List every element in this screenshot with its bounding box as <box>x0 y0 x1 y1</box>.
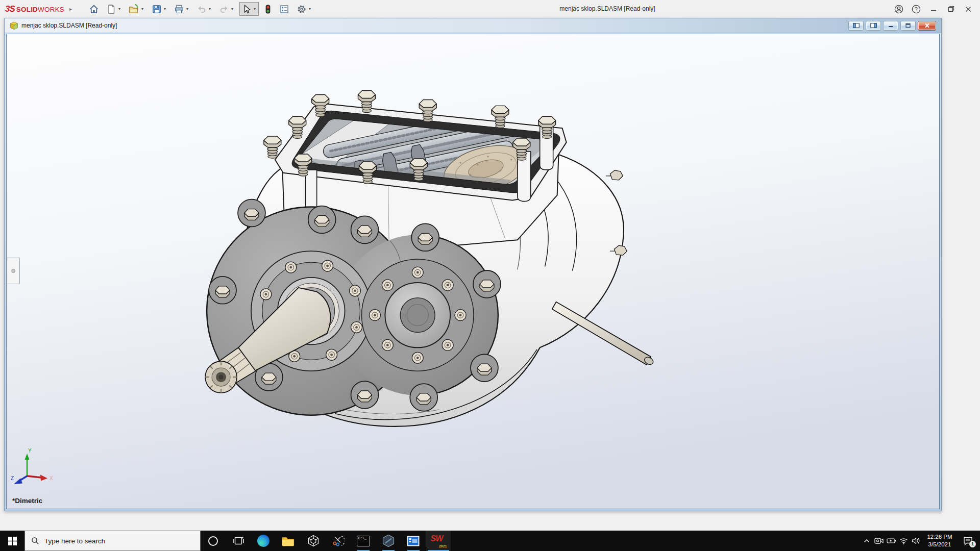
select-cursor-icon <box>241 4 252 14</box>
help-icon: ? <box>911 4 921 14</box>
user-account-button[interactable] <box>890 0 908 18</box>
print-button[interactable]: ▾ <box>172 2 191 16</box>
options-button[interactable]: ▾ <box>295 2 314 16</box>
taskbar-3d-viewer[interactable] <box>301 531 326 551</box>
logo-text-works: WORKS <box>38 6 64 13</box>
spline-end-face[interactable] <box>205 361 237 393</box>
doc-close-icon <box>924 23 930 28</box>
panel-handle-dot-icon <box>11 269 15 273</box>
view-orientation-label: *Dimetric <box>12 497 42 505</box>
feature-panel-collapsed-tab[interactable] <box>7 258 20 284</box>
system-tray: 12:26 PM 3/5/2021 1 <box>861 531 980 551</box>
taskbar-file-explorer[interactable] <box>276 531 301 551</box>
tray-battery[interactable] <box>885 531 897 551</box>
left-pane-toggle-button[interactable] <box>848 21 864 31</box>
document-titlebar[interactable]: menjac sklop.SLDASM [Read-only] <box>5 18 941 33</box>
save-icon <box>152 4 162 14</box>
open-folder-icon <box>129 4 139 14</box>
chevron-up-icon <box>864 539 870 543</box>
search-placeholder: Type here to search <box>44 537 105 545</box>
quick-access-toolbar: ▾ ▾ ▾ <box>85 2 315 16</box>
open-button[interactable]: ▾ <box>127 2 146 16</box>
select-tool-dropdown[interactable]: ▾ <box>253 7 257 11</box>
redo-dropdown[interactable]: ▾ <box>230 7 234 11</box>
doc-restore-icon <box>905 23 911 28</box>
battery-charging-icon <box>887 538 896 544</box>
save-button[interactable]: ▾ <box>150 2 169 16</box>
file-properties-icon <box>279 4 289 14</box>
x-axis-label: X <box>50 475 53 481</box>
task-view-icon <box>233 536 244 546</box>
action-center-button[interactable]: 1 <box>958 531 978 551</box>
taskbar-snip-sketch[interactable] <box>326 531 351 551</box>
y-axis-label: Y <box>28 448 32 454</box>
doc-restore-button[interactable] <box>900 21 916 31</box>
home-button[interactable] <box>87 2 101 16</box>
undo-dropdown[interactable]: ▾ <box>208 7 212 11</box>
z-axis-label: Z <box>11 475 14 481</box>
notification-badge: 1 <box>969 541 976 547</box>
close-app-button[interactable] <box>960 0 977 18</box>
right-pane-toggle-button[interactable] <box>866 21 881 31</box>
user-icon <box>894 4 904 14</box>
tray-network[interactable] <box>897 531 910 551</box>
new-document-button[interactable]: ▾ <box>104 2 124 16</box>
wifi-icon <box>899 538 908 544</box>
doc-close-button[interactable] <box>918 21 936 31</box>
command-prompt-icon: C:\_ <box>357 536 370 546</box>
tray-volume[interactable] <box>910 531 922 551</box>
main-titlebar: 3S SOLID WORKS ▸ ▾ <box>0 0 980 18</box>
file-properties-button[interactable] <box>277 2 291 16</box>
output-bearing-cover[interactable] <box>361 259 474 371</box>
undo-icon <box>197 4 207 14</box>
options-dropdown[interactable]: ▾ <box>308 7 312 11</box>
undo-button[interactable]: ▾ <box>194 2 214 16</box>
new-document-dropdown[interactable]: ▾ <box>117 7 121 11</box>
print-icon <box>174 4 184 14</box>
start-button[interactable] <box>0 531 24 551</box>
taskbar-command-prompt[interactable]: C:\_ <box>351 531 376 551</box>
menu-expand-arrow-icon[interactable]: ▸ <box>69 6 72 12</box>
orientation-triad: Y X Z <box>10 447 56 490</box>
solidworks-app: 3S SOLID WORKS ▸ ▾ <box>0 0 980 551</box>
taskbar-edge[interactable] <box>251 531 276 551</box>
hexagon-app-icon <box>382 534 395 547</box>
open-dropdown[interactable]: ▾ <box>140 7 144 11</box>
taskbar-cortana[interactable] <box>201 531 226 551</box>
document-window: menjac sklop.SLDASM [Read-only] <box>4 18 942 511</box>
maximize-restore-button[interactable] <box>942 0 960 18</box>
taskbar-search-input[interactable]: Type here to search <box>24 531 201 551</box>
gear-icon <box>297 4 307 14</box>
rebuild-button[interactable] <box>262 2 274 16</box>
solidworks-logo: 3S SOLID WORKS <box>0 4 65 14</box>
app-window-icon <box>407 536 420 546</box>
svg-text:?: ? <box>915 6 918 12</box>
app-title: menjac sklop.SLDASM [Read-only] <box>503 0 712 18</box>
close-icon <box>965 6 971 12</box>
minimize-button[interactable] <box>925 0 942 18</box>
tray-meet-now[interactable] <box>873 531 885 551</box>
speaker-icon <box>912 537 920 544</box>
taskbar-task-view[interactable] <box>226 531 251 551</box>
taskbar-clock[interactable]: 12:26 PM 3/5/2021 <box>924 533 955 548</box>
file-explorer-icon <box>282 536 295 546</box>
graphics-viewport[interactable]: Y X Z *Dimetric <box>6 34 940 509</box>
cortana-icon <box>208 536 218 546</box>
taskbar-media-app[interactable] <box>401 531 426 551</box>
search-icon <box>31 537 39 545</box>
doc-minimize-button[interactable] <box>883 21 898 31</box>
taskbar-solidworks[interactable]: SW 2021 <box>426 531 451 551</box>
restore-icon <box>948 6 954 12</box>
logo-text-solid: SOLID <box>16 6 38 13</box>
redo-button[interactable]: ▾ <box>217 2 236 16</box>
print-dropdown[interactable]: ▾ <box>185 7 189 11</box>
help-button[interactable]: ? <box>908 0 925 18</box>
taskbar-composer-app[interactable] <box>376 531 401 551</box>
save-dropdown[interactable]: ▾ <box>163 7 167 11</box>
select-tool-button[interactable]: ▾ <box>239 2 259 16</box>
gearbox-3d-model[interactable] <box>7 34 939 509</box>
solidworks-app-icon: SW 2021 <box>431 534 446 547</box>
tray-show-hidden-icons[interactable] <box>861 531 873 551</box>
home-icon <box>89 4 99 14</box>
right-pane-icon <box>870 23 877 28</box>
